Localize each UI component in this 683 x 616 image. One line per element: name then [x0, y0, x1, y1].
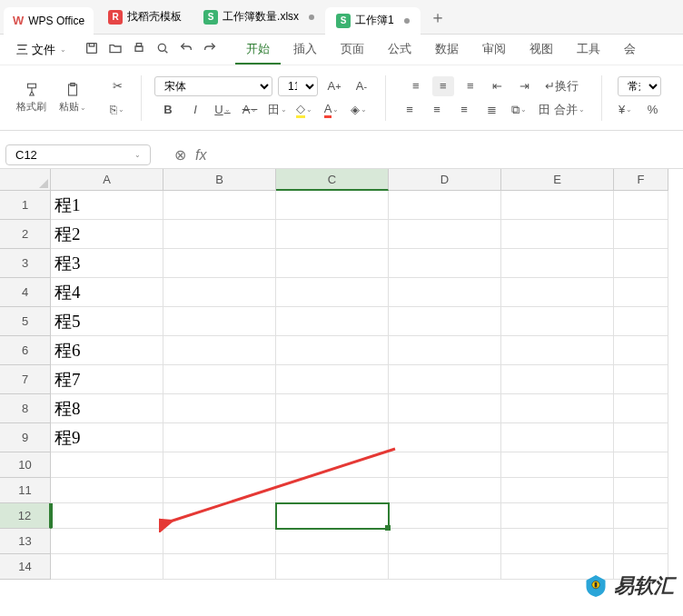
cell[interactable] — [276, 365, 389, 394]
cell-A4[interactable]: 程4 — [51, 278, 163, 307]
cell[interactable] — [389, 503, 501, 529]
cell[interactable] — [276, 529, 389, 554]
cell[interactable] — [163, 220, 276, 249]
new-tab-button[interactable]: ＋ — [421, 6, 455, 28]
row-header[interactable]: 1 — [0, 191, 51, 220]
cell[interactable] — [614, 336, 668, 365]
cell[interactable] — [501, 336, 614, 365]
fx-icon[interactable]: fx — [195, 147, 206, 164]
cell[interactable] — [276, 423, 389, 452]
cell[interactable] — [501, 452, 614, 478]
row-header[interactable]: 7 — [0, 365, 51, 394]
decrease-font-button[interactable]: A- — [351, 76, 372, 96]
cell-A7[interactable]: 程7 — [51, 365, 163, 394]
cell-A5[interactable]: 程5 — [51, 307, 163, 336]
row-header[interactable]: 10 — [0, 452, 51, 478]
cell[interactable] — [389, 478, 501, 503]
cell[interactable] — [276, 307, 389, 336]
cell[interactable] — [501, 307, 614, 336]
cell[interactable] — [389, 336, 501, 365]
cell[interactable] — [276, 249, 389, 278]
cell[interactable] — [501, 423, 614, 452]
cell[interactable] — [501, 220, 614, 249]
name-box[interactable]: C12 ⌄ — [5, 144, 151, 165]
save-icon[interactable] — [84, 41, 99, 58]
row-header[interactable]: 6 — [0, 336, 51, 365]
cell[interactable] — [163, 529, 276, 554]
cell[interactable] — [163, 423, 276, 452]
font-size-select[interactable]: 11 — [278, 76, 318, 96]
cell[interactable] — [51, 529, 163, 554]
cell[interactable] — [614, 478, 668, 503]
cell[interactable] — [389, 249, 501, 278]
increase-indent-button[interactable]: ⇥ — [514, 76, 536, 96]
print-icon[interactable] — [132, 41, 146, 58]
cell[interactable] — [276, 336, 389, 365]
cell[interactable] — [276, 394, 389, 423]
cell[interactable] — [389, 191, 501, 220]
cell-A1[interactable]: 程1 — [51, 191, 163, 220]
formula-input-zone[interactable]: ⊗ fx — [174, 146, 206, 164]
cell[interactable] — [163, 478, 276, 503]
select-all-corner[interactable] — [0, 169, 51, 191]
cell[interactable] — [501, 394, 614, 423]
cancel-icon[interactable]: ⊗ — [174, 146, 186, 164]
cell[interactable] — [163, 278, 276, 307]
cell[interactable] — [501, 365, 614, 394]
merge-button[interactable]: 田 合并⌄ — [535, 100, 589, 120]
cell[interactable] — [614, 307, 668, 336]
cell[interactable] — [389, 220, 501, 249]
col-header-C[interactable]: C — [276, 169, 389, 191]
italic-button[interactable]: I — [184, 100, 206, 120]
ribbon-tab-data[interactable]: 数据 — [424, 35, 470, 65]
ribbon-tab-more[interactable]: 会 — [613, 35, 647, 65]
percent-button[interactable]: % — [642, 100, 664, 120]
cell[interactable] — [163, 394, 276, 423]
redo-icon[interactable] — [203, 41, 217, 58]
cell[interactable] — [51, 452, 163, 478]
cut-button[interactable]: ✂ — [106, 76, 128, 96]
row-header[interactable]: 3 — [0, 249, 51, 278]
row-header[interactable]: 12 — [0, 503, 51, 529]
col-header-B[interactable]: B — [163, 169, 276, 191]
cell[interactable] — [614, 503, 668, 529]
underline-button[interactable]: U⌄ — [212, 100, 233, 120]
ribbon-tab-insert[interactable]: 插入 — [282, 35, 328, 65]
cell[interactable] — [276, 191, 389, 220]
cell-A2[interactable]: 程2 — [51, 220, 163, 249]
orientation-button[interactable]: ⧉⌄ — [508, 100, 530, 120]
row-header[interactable]: 9 — [0, 423, 51, 452]
align-bottom-button[interactable]: ≡ — [460, 76, 481, 96]
cell[interactable] — [163, 191, 276, 220]
cell[interactable] — [276, 220, 389, 249]
cell[interactable] — [501, 478, 614, 503]
align-top-button[interactable]: ≡ — [405, 76, 427, 96]
borders-button[interactable]: 田⌄ — [266, 100, 288, 120]
row-header[interactable]: 14 — [0, 554, 51, 580]
increase-font-button[interactable]: A+ — [323, 76, 345, 96]
cell[interactable] — [389, 452, 501, 478]
cell[interactable] — [501, 249, 614, 278]
cell-A9[interactable]: 程9 — [51, 423, 163, 452]
col-header-D[interactable]: D — [389, 169, 501, 191]
format-brush-button[interactable]: 格式刷 — [13, 80, 50, 115]
cell-C12-selected[interactable] — [276, 503, 389, 529]
number-format-select[interactable]: 常规 — [618, 76, 661, 96]
cell[interactable] — [51, 503, 163, 529]
ribbon-tab-formula[interactable]: 公式 — [377, 35, 422, 65]
ribbon-tab-view[interactable]: 视图 — [519, 35, 564, 65]
font-color-button[interactable]: A⌄ — [321, 100, 342, 120]
cell[interactable] — [163, 249, 276, 278]
row-header[interactable]: 8 — [0, 394, 51, 423]
cell[interactable] — [163, 365, 276, 394]
justify-button[interactable]: ≣ — [480, 100, 502, 120]
cell[interactable] — [389, 529, 501, 554]
align-center-button[interactable]: ≡ — [426, 100, 448, 120]
tab-workbook-count[interactable]: S 工作簿数量.xlsx — [193, 0, 325, 35]
file-menu[interactable]: 三 文件 ⌄ — [9, 38, 74, 62]
cell[interactable] — [389, 307, 501, 336]
tab-templates[interactable]: R 找稻壳模板 — [97, 0, 193, 35]
cell[interactable] — [389, 394, 501, 423]
undo-icon[interactable] — [179, 41, 193, 58]
col-header-A[interactable]: A — [51, 169, 163, 191]
